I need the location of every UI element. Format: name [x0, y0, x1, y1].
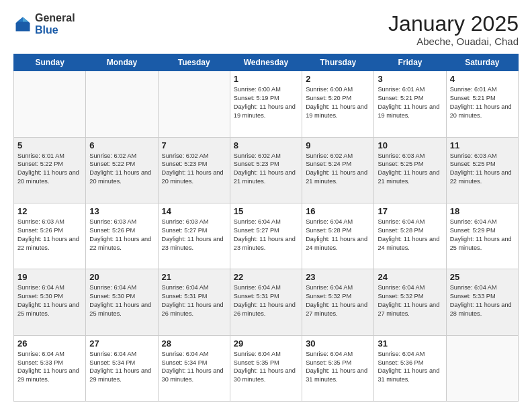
calendar-cell: 9Sunrise: 6:02 AM Sunset: 5:24 PM Daylig…: [302, 137, 374, 203]
logo-text: General Blue: [35, 12, 75, 36]
day-info: Sunrise: 6:03 AM Sunset: 5:26 PM Dayligh…: [17, 218, 82, 253]
calendar-cell: [446, 335, 518, 401]
day-number: 4: [450, 74, 515, 84]
calendar-cell: 30Sunrise: 6:04 AM Sunset: 5:35 PM Dayli…: [302, 335, 374, 401]
logo-general-text: General: [35, 12, 75, 24]
calendar-cell: 2Sunrise: 6:00 AM Sunset: 5:20 PM Daylig…: [302, 71, 374, 137]
calendar-week-row-1: 5Sunrise: 6:01 AM Sunset: 5:22 PM Daylig…: [14, 137, 519, 203]
header-friday: Friday: [374, 54, 446, 71]
day-info: Sunrise: 6:04 AM Sunset: 5:34 PM Dayligh…: [89, 350, 154, 385]
day-info: Sunrise: 6:03 AM Sunset: 5:25 PM Dayligh…: [378, 152, 442, 187]
calendar-cell: 12Sunrise: 6:03 AM Sunset: 5:26 PM Dayli…: [14, 203, 86, 269]
calendar-cell: 22Sunrise: 6:04 AM Sunset: 5:31 PM Dayli…: [230, 269, 302, 335]
day-info: Sunrise: 6:03 AM Sunset: 5:25 PM Dayligh…: [450, 152, 515, 187]
day-number: 12: [17, 206, 82, 216]
day-number: 16: [306, 206, 370, 216]
title-block: January 2025 Abeche, Ouadai, Chad: [388, 12, 519, 47]
calendar-cell: 3Sunrise: 6:01 AM Sunset: 5:21 PM Daylig…: [374, 71, 446, 137]
logo: General Blue: [13, 12, 75, 36]
day-number: 25: [450, 272, 515, 282]
day-info: Sunrise: 6:04 AM Sunset: 5:28 PM Dayligh…: [306, 218, 370, 253]
calendar-cell: 26Sunrise: 6:04 AM Sunset: 5:33 PM Dayli…: [14, 335, 86, 401]
day-number: 3: [378, 74, 442, 84]
calendar-cell: [158, 71, 230, 137]
calendar-cell: [86, 71, 158, 137]
page: General Blue January 2025 Abeche, Ouadai…: [0, 0, 532, 411]
day-info: Sunrise: 6:04 AM Sunset: 5:29 PM Dayligh…: [450, 218, 515, 253]
day-info: Sunrise: 6:03 AM Sunset: 5:26 PM Dayligh…: [89, 218, 154, 253]
day-info: Sunrise: 6:04 AM Sunset: 5:28 PM Dayligh…: [378, 218, 442, 253]
calendar-cell: 7Sunrise: 6:02 AM Sunset: 5:23 PM Daylig…: [158, 137, 230, 203]
day-number: 13: [89, 206, 154, 216]
day-info: Sunrise: 6:02 AM Sunset: 5:24 PM Dayligh…: [306, 152, 370, 187]
calendar-cell: 20Sunrise: 6:04 AM Sunset: 5:30 PM Dayli…: [86, 269, 158, 335]
day-number: 5: [17, 140, 82, 150]
day-info: Sunrise: 6:01 AM Sunset: 5:21 PM Dayligh…: [450, 85, 515, 120]
day-info: Sunrise: 6:04 AM Sunset: 5:32 PM Dayligh…: [378, 283, 442, 318]
calendar-week-row-3: 19Sunrise: 6:04 AM Sunset: 5:30 PM Dayli…: [14, 269, 519, 335]
calendar-cell: 4Sunrise: 6:01 AM Sunset: 5:21 PM Daylig…: [446, 71, 518, 137]
day-info: Sunrise: 6:00 AM Sunset: 5:20 PM Dayligh…: [306, 85, 370, 120]
day-info: Sunrise: 6:04 AM Sunset: 5:31 PM Dayligh…: [162, 283, 226, 318]
day-info: Sunrise: 6:04 AM Sunset: 5:34 PM Dayligh…: [162, 350, 226, 385]
day-number: 6: [89, 140, 154, 150]
calendar-cell: 13Sunrise: 6:03 AM Sunset: 5:26 PM Dayli…: [86, 203, 158, 269]
calendar-cell: 6Sunrise: 6:02 AM Sunset: 5:22 PM Daylig…: [86, 137, 158, 203]
day-number: 27: [89, 338, 154, 349]
calendar-cell: 27Sunrise: 6:04 AM Sunset: 5:34 PM Dayli…: [86, 335, 158, 401]
calendar-cell: 24Sunrise: 6:04 AM Sunset: 5:32 PM Dayli…: [374, 269, 446, 335]
day-number: 14: [162, 206, 226, 216]
day-number: 2: [306, 74, 370, 84]
header-sunday: Sunday: [14, 54, 86, 71]
day-info: Sunrise: 6:02 AM Sunset: 5:23 PM Dayligh…: [162, 152, 226, 187]
day-info: Sunrise: 6:02 AM Sunset: 5:22 PM Dayligh…: [89, 152, 154, 187]
calendar-week-row-0: 1Sunrise: 6:00 AM Sunset: 5:19 PM Daylig…: [14, 71, 519, 137]
day-number: 18: [450, 206, 515, 216]
day-info: Sunrise: 6:04 AM Sunset: 5:30 PM Dayligh…: [89, 283, 154, 318]
day-info: Sunrise: 6:04 AM Sunset: 5:32 PM Dayligh…: [306, 283, 370, 318]
day-info: Sunrise: 6:00 AM Sunset: 5:19 PM Dayligh…: [234, 85, 298, 120]
calendar-cell: 29Sunrise: 6:04 AM Sunset: 5:35 PM Dayli…: [230, 335, 302, 401]
day-info: Sunrise: 6:04 AM Sunset: 5:33 PM Dayligh…: [17, 350, 82, 385]
calendar-cell: 15Sunrise: 6:04 AM Sunset: 5:27 PM Dayli…: [230, 203, 302, 269]
header-saturday: Saturday: [446, 54, 518, 71]
month-title: January 2025: [388, 12, 519, 36]
header-wednesday: Wednesday: [230, 54, 302, 71]
svg-marker-2: [17, 17, 23, 21]
svg-marker-1: [23, 17, 29, 21]
calendar-cell: 21Sunrise: 6:04 AM Sunset: 5:31 PM Dayli…: [158, 269, 230, 335]
calendar-cell: 11Sunrise: 6:03 AM Sunset: 5:25 PM Dayli…: [446, 137, 518, 203]
calendar-cell: 8Sunrise: 6:02 AM Sunset: 5:23 PM Daylig…: [230, 137, 302, 203]
calendar-cell: 1Sunrise: 6:00 AM Sunset: 5:19 PM Daylig…: [230, 71, 302, 137]
day-number: 15: [234, 206, 298, 216]
header-tuesday: Tuesday: [158, 54, 230, 71]
day-number: 11: [450, 140, 515, 150]
day-info: Sunrise: 6:01 AM Sunset: 5:22 PM Dayligh…: [17, 152, 82, 187]
day-info: Sunrise: 6:04 AM Sunset: 5:27 PM Dayligh…: [234, 218, 298, 253]
day-number: 30: [306, 338, 370, 349]
day-number: 31: [378, 338, 442, 349]
calendar-cell: 16Sunrise: 6:04 AM Sunset: 5:28 PM Dayli…: [302, 203, 374, 269]
day-number: 26: [17, 338, 82, 349]
weekday-header-row: Sunday Monday Tuesday Wednesday Thursday…: [14, 54, 519, 71]
calendar-cell: 5Sunrise: 6:01 AM Sunset: 5:22 PM Daylig…: [14, 137, 86, 203]
day-number: 9: [306, 140, 370, 150]
calendar-week-row-2: 12Sunrise: 6:03 AM Sunset: 5:26 PM Dayli…: [14, 203, 519, 269]
day-info: Sunrise: 6:04 AM Sunset: 5:33 PM Dayligh…: [450, 283, 515, 318]
location-title: Abeche, Ouadai, Chad: [388, 36, 519, 47]
calendar-cell: 23Sunrise: 6:04 AM Sunset: 5:32 PM Dayli…: [302, 269, 374, 335]
calendar-cell: 19Sunrise: 6:04 AM Sunset: 5:30 PM Dayli…: [14, 269, 86, 335]
calendar: Sunday Monday Tuesday Wednesday Thursday…: [13, 54, 519, 402]
day-number: 7: [162, 140, 226, 150]
calendar-week-row-4: 26Sunrise: 6:04 AM Sunset: 5:33 PM Dayli…: [14, 335, 519, 401]
day-number: 29: [234, 338, 298, 349]
day-info: Sunrise: 6:04 AM Sunset: 5:31 PM Dayligh…: [234, 283, 298, 318]
calendar-cell: 10Sunrise: 6:03 AM Sunset: 5:25 PM Dayli…: [374, 137, 446, 203]
day-number: 8: [234, 140, 298, 150]
header-monday: Monday: [86, 54, 158, 71]
day-info: Sunrise: 6:04 AM Sunset: 5:30 PM Dayligh…: [17, 283, 82, 318]
day-info: Sunrise: 6:03 AM Sunset: 5:27 PM Dayligh…: [162, 218, 226, 253]
day-info: Sunrise: 6:04 AM Sunset: 5:35 PM Dayligh…: [306, 350, 370, 385]
calendar-cell: 17Sunrise: 6:04 AM Sunset: 5:28 PM Dayli…: [374, 203, 446, 269]
day-info: Sunrise: 6:04 AM Sunset: 5:35 PM Dayligh…: [234, 350, 298, 385]
